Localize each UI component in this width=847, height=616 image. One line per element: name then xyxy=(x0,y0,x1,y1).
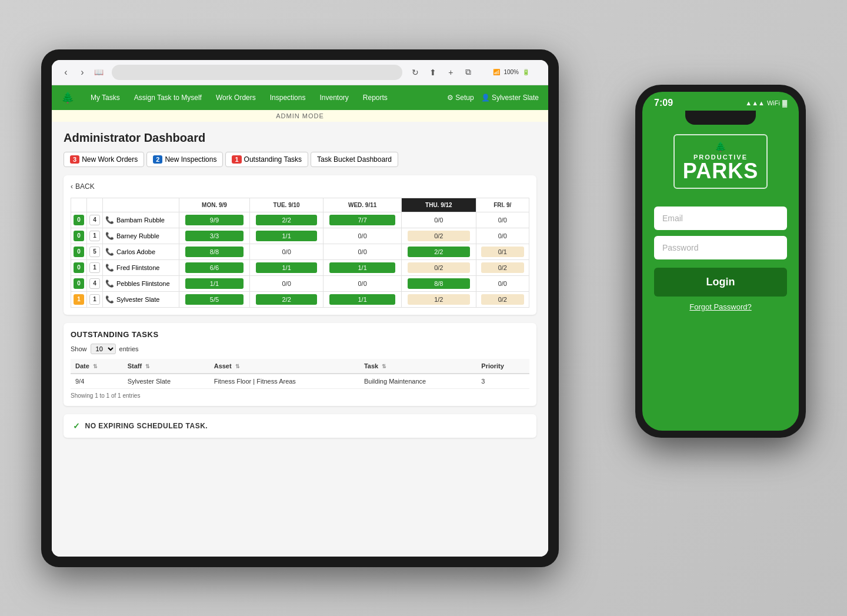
table-row: 0 1 📞 Fred Flintstone 6/6 1/1 1/1 0/2 0/… xyxy=(71,259,529,275)
battery-icon: 🔋 xyxy=(522,69,529,75)
staff-name-text: Pebbles Flintstone xyxy=(116,280,170,287)
back-link[interactable]: ‹ BACK xyxy=(71,182,529,191)
tab-task-bucket[interactable]: Task Bucket Dashboard xyxy=(311,152,398,167)
cell-n1: 0 xyxy=(71,228,87,244)
tab-label: New Work Orders xyxy=(82,155,138,164)
nav-my-tasks[interactable]: My Tasks xyxy=(84,85,127,110)
staff-col: 📞 Carlos Adobe xyxy=(105,248,176,256)
day-value: 0/0 xyxy=(282,280,291,287)
phone-icon: 📞 xyxy=(105,295,114,304)
day-value: 1/1 xyxy=(256,231,318,241)
day-value: 1/2 xyxy=(408,294,470,305)
cell-staff-name: 📞 Bambam Rubble xyxy=(103,212,179,228)
forward-button[interactable]: › xyxy=(75,65,89,79)
badge-n2: 5 xyxy=(89,247,100,257)
battery-label: 100% xyxy=(503,69,519,75)
cell-day-0: 3/3 xyxy=(179,228,250,244)
tab-new-work-orders[interactable]: 3 New Work Orders xyxy=(64,152,144,167)
day-value: 3/3 xyxy=(185,231,244,241)
password-field[interactable] xyxy=(654,236,787,259)
col-tue: TUE. 9/10 xyxy=(250,198,324,212)
cell-day-3: 8/8 xyxy=(402,275,476,291)
col-fri: FRI. 9/ xyxy=(476,198,529,212)
day-value: 0/2 xyxy=(408,262,470,273)
forgot-password-link[interactable]: Forgot Password? xyxy=(689,302,752,311)
col-mon: MON. 9/9 xyxy=(179,198,250,212)
phone-battery-icon: ▓ xyxy=(782,99,787,106)
tab-outstanding-tasks[interactable]: 1 Outstanding Tasks xyxy=(225,152,308,167)
user-name[interactable]: 👤 Sylvester Slate xyxy=(481,94,539,102)
nav-assign-task[interactable]: Assign Task to Myself xyxy=(127,85,209,110)
tasks-card: OUTSTANDING TASKS Show 10 25 50 entries xyxy=(64,323,536,406)
back-button[interactable]: ‹ xyxy=(59,65,73,79)
cell-day-3: 2/2 xyxy=(402,244,476,259)
col-staff[interactable]: Staff ⇅ xyxy=(123,359,209,374)
tab-label: Outstanding Tasks xyxy=(244,155,302,164)
nav-inventory[interactable]: Inventory xyxy=(312,85,355,110)
cell-day-0: 8/8 xyxy=(179,244,250,259)
show-entries: Show 10 25 50 entries xyxy=(71,344,529,354)
cell-asset: Fitness Floor | Fitness Areas xyxy=(209,374,359,389)
day-value: 5/5 xyxy=(185,294,244,305)
inspections-badge: 2 xyxy=(153,155,162,164)
day-value: 0/0 xyxy=(498,232,507,239)
cell-day-3: 1/2 xyxy=(402,291,476,307)
refresh-icon[interactable]: ↻ xyxy=(408,65,422,79)
cell-staff-name: 📞 Pebbles Flintstone xyxy=(103,275,179,291)
cell-date: 9/4 xyxy=(71,374,123,389)
tab-new-inspections[interactable]: 2 New Inspections xyxy=(146,152,223,167)
nav-reports[interactable]: Reports xyxy=(356,85,395,110)
phone-status-icons: ▲▲▲ WiFi ▓ xyxy=(745,99,787,106)
cell-day-3: 0/0 xyxy=(402,212,476,228)
entries-select[interactable]: 10 25 50 xyxy=(91,344,116,354)
cell-day-0: 9/9 xyxy=(179,212,250,228)
day-value: 7/7 xyxy=(329,215,395,225)
share-icon[interactable]: ⬆ xyxy=(426,65,440,79)
cell-day-2: 0/0 xyxy=(324,275,402,291)
col-asset[interactable]: Asset ⇅ xyxy=(209,359,359,374)
table-row: 0 4 📞 Bambam Rubble 9/9 2/2 7/7 0/0 0/0 xyxy=(71,212,529,228)
phone-status-bar: 7:09 ▲▲▲ WiFi ▓ xyxy=(642,92,799,111)
col-date[interactable]: Date ⇅ xyxy=(71,359,123,374)
col-task[interactable]: Task ⇅ xyxy=(359,359,476,374)
day-value: 2/2 xyxy=(408,247,470,257)
phone-icon: 📞 xyxy=(105,279,114,288)
staff-col: 📞 Sylvester Slate xyxy=(105,295,176,304)
tabs-icon[interactable]: ⧉ xyxy=(461,65,475,79)
page-title: Administrator Dashboard xyxy=(64,131,536,145)
nav-inspections[interactable]: Inspections xyxy=(263,85,313,110)
badge-n2: 4 xyxy=(89,278,100,289)
col-priority[interactable]: Priority xyxy=(476,359,529,374)
tab-label: New Inspections xyxy=(165,155,216,164)
cell-day-1: 1/1 xyxy=(250,228,324,244)
cell-n1: 1 xyxy=(71,291,87,307)
browser-actions: ↻ ⬆ + ⧉ xyxy=(408,65,475,79)
staff-col: 📞 Pebbles Flintstone xyxy=(105,279,176,288)
cell-day-1: 2/2 xyxy=(250,291,324,307)
email-field[interactable] xyxy=(654,207,787,230)
add-tab-icon[interactable]: + xyxy=(443,65,458,79)
day-value: 9/9 xyxy=(185,215,244,225)
nav-work-orders[interactable]: Work Orders xyxy=(209,85,263,110)
phone-icon: 📞 xyxy=(105,216,114,224)
setup-link[interactable]: ⚙ Setup xyxy=(447,94,474,102)
cell-day-4: 0/2 xyxy=(476,291,529,307)
nav-right: ⚙ Setup 👤 Sylvester Slate xyxy=(447,94,539,102)
day-value: 0/2 xyxy=(481,262,524,273)
staff-name-text: Fred Flintstone xyxy=(116,264,159,271)
cell-staff-name: 📞 Fred Flintstone xyxy=(103,259,179,275)
phone-logo-icon: 🌲 xyxy=(683,141,758,152)
login-button[interactable]: Login xyxy=(654,268,787,297)
cell-day-3: 0/2 xyxy=(402,259,476,275)
staff-col: 📞 Bambam Rubble xyxy=(105,216,176,224)
cell-day-4: 0/1 xyxy=(476,244,529,259)
cell-day-4: 0/0 xyxy=(476,228,529,244)
bookmarks-icon[interactable]: 📖 xyxy=(92,65,106,79)
phone-screen: 7:09 ▲▲▲ WiFi ▓ 🌲 PRODUCTIVE PARKS xyxy=(642,92,799,431)
admin-mode-banner: ADMIN MODE xyxy=(52,110,548,122)
badge-n1: 0 xyxy=(74,231,84,241)
address-bar[interactable] xyxy=(112,65,402,80)
outstanding-tasks-title: OUTSTANDING TASKS xyxy=(71,330,529,339)
col-empty1 xyxy=(71,198,87,212)
table-row: 0 4 📞 Pebbles Flintstone 1/1 0/0 0/0 8/8… xyxy=(71,275,529,291)
